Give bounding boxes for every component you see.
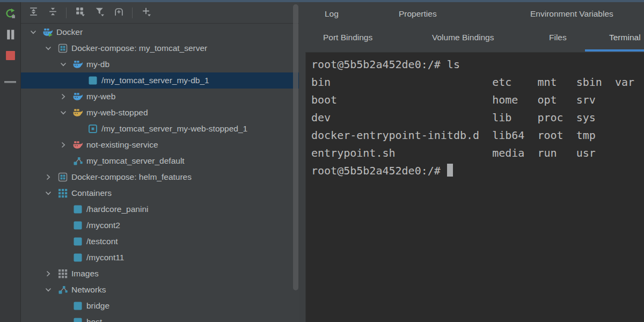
chevron-down-icon[interactable] (56, 108, 70, 117)
docker-running-icon (40, 27, 55, 38)
pause-button[interactable] (4, 30, 16, 41)
containers-group-icon (55, 188, 70, 199)
container-running-icon (70, 301, 85, 311)
terminal-line: bin etc mnt sbin var (311, 74, 644, 91)
pause-icon (5, 29, 16, 42)
docker-compose-icon (55, 43, 70, 54)
services-toolbar (21, 2, 299, 24)
tree-row-label: Containers (71, 188, 112, 198)
tab-terminal[interactable]: Terminal (609, 28, 641, 47)
tree-row-label: /hardcore_panini (86, 204, 148, 214)
tree-row-label: my-web (86, 92, 115, 101)
container-detail-panel: LogPropertiesEnvironment VariablesPort B… (299, 2, 644, 322)
toolbar-separator (4, 75, 16, 87)
container-running-icon (70, 204, 85, 215)
docker-tool-window: DockerDocker-compose: my_tomcat_servermy… (0, 0, 644, 322)
tree-row-label: bridge (86, 301, 109, 311)
whale-blue-icon (70, 59, 85, 70)
terminal-prompt: root@5b5b2a452de0:/# (311, 164, 447, 177)
frame-add-icon (114, 6, 124, 19)
rerun-button[interactable] (4, 9, 16, 20)
tree-row[interactable]: my_tomcat_server_default (21, 153, 299, 169)
chevron-right-icon[interactable] (56, 141, 70, 149)
services-panel: DockerDocker-compose: my_tomcat_servermy… (21, 2, 299, 322)
tree-row[interactable]: not-existing-service (21, 137, 299, 153)
tree-row-label: /my_tomcat_server_my-web-stopped_1 (101, 124, 247, 134)
container-running-icon (70, 317, 85, 322)
chevron-right-icon[interactable] (41, 269, 55, 278)
tab-log[interactable]: Log (325, 4, 339, 24)
stop-button[interactable] (4, 50, 16, 62)
rerun-icon (5, 8, 16, 21)
terminal-output[interactable]: root@5b5b2a452de0:/# lsbin etc mnt sbin … (305, 52, 644, 322)
docker-compose-icon (55, 172, 70, 182)
chevron-down-icon[interactable] (26, 28, 40, 36)
chevron-right-icon[interactable] (56, 92, 70, 101)
tree-row-label: /my_tomcat_server_my-db_1 (101, 76, 209, 85)
tab-properties[interactable]: Properties (399, 4, 437, 24)
network-icon (70, 156, 85, 166)
chevron-right-icon[interactable] (41, 173, 55, 181)
tab-environment-variables[interactable]: Environment Variables (530, 4, 613, 24)
tree-row[interactable]: /testcont (21, 233, 299, 250)
toolbar-separator (132, 8, 133, 18)
tree-row-label: not-existing-service (86, 140, 158, 150)
group-by-button[interactable] (72, 6, 88, 20)
tree-row[interactable]: Docker (21, 24, 299, 40)
container-stopped-icon (85, 123, 100, 134)
tree-row[interactable]: Containers (21, 185, 299, 201)
tree-row[interactable]: /my_tomcat_server_my-db_1 (21, 72, 299, 89)
tree-row[interactable]: /mycont2 (21, 217, 299, 233)
tab-files[interactable]: Files (549, 28, 567, 47)
chevron-down-icon[interactable] (41, 286, 55, 294)
terminal-line: dev lib proc sys (311, 109, 644, 127)
tab-port-bindings[interactable]: Port Bindings (323, 28, 372, 47)
tree-row-label: my-web-stopped (86, 108, 148, 118)
filter-icon (94, 6, 105, 19)
frame-add-button[interactable] (111, 6, 127, 20)
chevron-down-icon[interactable] (56, 60, 70, 69)
tree-row[interactable]: /mycont11 (21, 250, 299, 266)
tab-volume-bindings[interactable]: Volume Bindings (432, 28, 494, 47)
tree-row[interactable]: Images (21, 266, 299, 282)
window-top-accent (0, 0, 644, 2)
expand-all-icon (28, 6, 39, 19)
tree-row-label: Networks (71, 285, 106, 295)
service-tree: DockerDocker-compose: my_tomcat_servermy… (21, 24, 299, 322)
terminal-line: docker-entrypoint-initdb.d lib64 root tm… (311, 127, 644, 144)
group-by-icon (75, 6, 85, 19)
container-running-icon (85, 75, 100, 86)
tree-row[interactable]: Networks (21, 282, 299, 298)
tree-row[interactable]: /hardcore_panini (21, 201, 299, 217)
tree-row-label: Docker (56, 27, 83, 37)
network-icon (55, 284, 70, 295)
tree-row[interactable]: my-db (21, 56, 299, 72)
terminal-prompt-line: root@5b5b2a452de0:/# (311, 162, 644, 180)
collapse-all-icon (48, 6, 58, 19)
tree-row-label: host (86, 317, 102, 322)
filter-button[interactable] (91, 6, 107, 20)
chevron-down-icon[interactable] (41, 189, 55, 197)
tree-row[interactable]: /my_tomcat_server_my-web-stopped_1 (21, 121, 299, 137)
whale-red-icon (70, 140, 85, 150)
tree-row[interactable]: Docker-compose: my_tomcat_server (21, 40, 299, 56)
whale-yellow-icon (70, 107, 85, 118)
chevron-down-icon[interactable] (41, 44, 55, 53)
images-group-icon (55, 268, 70, 279)
collapse-all-button[interactable] (45, 6, 61, 20)
tree-row[interactable]: my-web (21, 89, 299, 105)
terminal-line: root@5b5b2a452de0:/# ls (311, 56, 644, 74)
tree-row[interactable]: host (21, 314, 299, 322)
separator-dash (4, 76, 16, 86)
expand-all-button[interactable] (25, 6, 41, 20)
detail-tabs: LogPropertiesEnvironment VariablesPort B… (299, 2, 644, 52)
tree-row[interactable]: Docker-compose: helm_features (21, 169, 299, 185)
whale-blue-icon (70, 91, 85, 102)
tree-scrollbar-thumb[interactable] (293, 4, 298, 290)
container-running-icon (70, 252, 85, 263)
tree-row-label: Docker-compose: my_tomcat_server (71, 43, 207, 53)
add-button[interactable] (138, 6, 154, 20)
tree-row[interactable]: bridge (21, 298, 299, 314)
tree-row[interactable]: my-web-stopped (21, 105, 299, 121)
container-running-icon (70, 236, 85, 247)
